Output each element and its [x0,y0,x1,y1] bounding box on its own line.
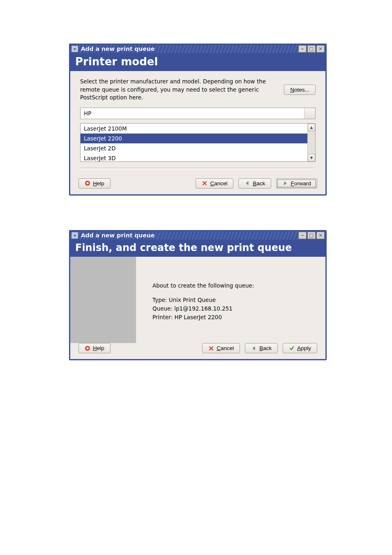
scroll-up-icon[interactable]: ▲ [308,124,315,131]
help-icon [85,180,90,186]
summary-queue: Queue: lp1@192.168.10.251 [152,304,317,313]
close-icon [208,345,214,351]
back-label-rest: ack [263,345,272,351]
cancel-label-rest: ancel [214,180,227,187]
forward-label-rest: orward [294,180,311,187]
titlebar[interactable]: Add a new print queue – □ ✕ [70,231,325,240]
list-item[interactable]: LaserJet 3D [81,153,307,161]
apply-button[interactable]: Apply [283,343,317,353]
arrow-right-icon [282,180,288,186]
back-button[interactable]: Back [238,178,271,189]
list-item[interactable]: LaserJet 2100M [81,124,307,134]
summary-about: About to create the following queue: [152,281,317,290]
back-label-rest: ack [256,180,265,187]
help-label-rest: elp [97,180,104,187]
summary-type: Type: Unix Print Queue [152,296,317,304]
window-title: Add a new print queue [81,46,155,52]
scroll-track[interactable] [308,131,315,154]
apply-label-rest: pply [301,345,311,351]
close-icon [202,180,208,186]
help-label-rest: elp [97,345,104,351]
button-bar: Help Cancel Back Apply [70,343,325,359]
minimize-button[interactable]: – [298,232,307,239]
arrow-left-icon [244,180,250,186]
scroll-down-icon[interactable]: ▼ [308,154,315,161]
button-bar: Help Cancel Back Forward [70,178,325,194]
help-button[interactable]: Help [78,178,111,189]
check-icon [289,345,295,351]
separator [80,168,316,169]
summary-printer: Printer: HP LaserJet 2200 [152,313,317,322]
svg-point-1 [86,182,89,184]
list-item[interactable]: LaserJet 2D [81,143,307,153]
window-title: Add a new print queue [81,232,155,239]
minimize-button[interactable]: – [298,45,307,53]
page-title: Printer model [70,53,325,71]
wizard-image-panel [70,257,136,343]
page-title: Finish, and create the new print queue [70,240,325,257]
window-menu-icon[interactable] [71,45,78,53]
dialog-printer-model: Add a new print queue – □ ✕ Printer mode… [69,44,327,196]
forward-button[interactable]: Forward [276,178,317,189]
cancel-button[interactable]: Cancel [202,343,240,353]
maximize-button[interactable]: □ [307,45,316,53]
maximize-button[interactable]: □ [307,232,316,239]
notes-button[interactable]: Notes... [284,85,316,95]
manufacturer-value: HP [84,110,91,117]
help-button[interactable]: Help [78,343,111,353]
close-button[interactable]: ✕ [316,232,325,239]
notes-label-rest: otes... [294,87,309,93]
back-button[interactable]: Back [245,343,278,353]
close-button[interactable]: ✕ [316,45,325,53]
list-item[interactable]: LaserJet 2200 [81,134,307,143]
arrow-left-icon [251,345,257,351]
dialog-finish-queue: Add a new print queue – □ ✕ Finish, and … [69,230,327,360]
chevron-down-icon [306,110,312,117]
content-area: Select the printer manufacturer and mode… [70,71,325,178]
cancel-label-rest: ancel [221,345,234,351]
cancel-button[interactable]: Cancel [196,178,233,189]
svg-point-3 [86,347,89,350]
instruction-text: Select the printer manufacturer and mode… [80,78,267,102]
help-icon [85,345,90,351]
titlebar[interactable]: Add a new print queue – □ ✕ [70,45,325,53]
window-menu-icon[interactable] [71,232,78,239]
model-listbox[interactable]: LaserJet 2100M LaserJet 2200 LaserJet 2D… [80,123,316,162]
content-area: About to create the following queue: Typ… [70,257,325,343]
manufacturer-combo[interactable]: HP [80,108,316,119]
scrollbar[interactable]: ▲ ▼ [307,124,315,161]
